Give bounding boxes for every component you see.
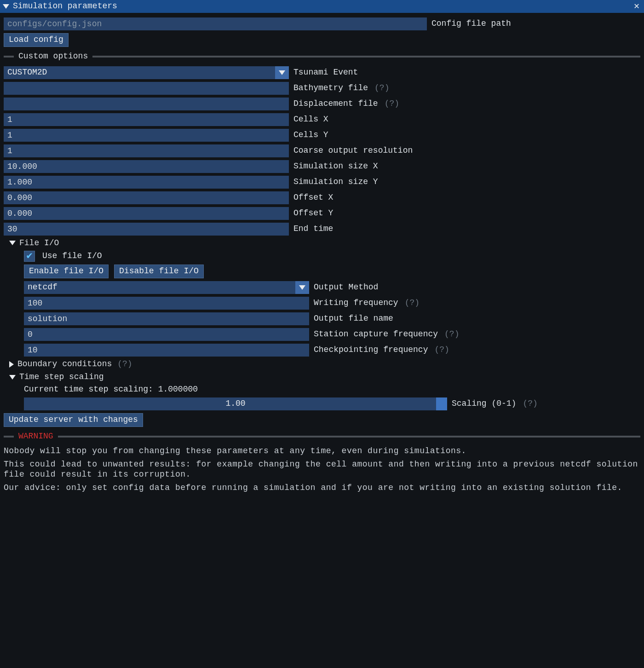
expand-icon	[9, 361, 14, 368]
chevron-down-icon	[299, 285, 305, 290]
window-title: Simulation parameters	[13, 1, 628, 12]
sim-size-y-label: Simulation size Y	[293, 177, 378, 187]
displacement-file-input[interactable]	[4, 98, 289, 110]
disable-file-io-button[interactable]: Disable file I/O	[114, 265, 204, 278]
offset-x-input[interactable]	[4, 191, 289, 204]
coarse-output-input[interactable]	[4, 144, 289, 157]
bathymetry-file-label: Bathymetry file	[293, 83, 368, 93]
cells-x-label: Cells X	[293, 115, 328, 125]
scaling-hint[interactable]: (?)	[523, 399, 537, 409]
update-server-button[interactable]: Update server with changes	[4, 413, 143, 427]
scaling-slider-handle[interactable]	[436, 397, 447, 410]
displacement-file-label: Displacement file	[293, 99, 378, 109]
time-step-scaling-title: Time step scaling	[19, 372, 104, 382]
config-path-row: Config file path	[4, 17, 640, 30]
custom-options-separator: Custom options	[4, 52, 640, 62]
writing-frequency-hint[interactable]: (?)	[405, 298, 420, 308]
end-time-input[interactable]	[4, 223, 289, 236]
writing-frequency-input[interactable]	[24, 297, 309, 310]
output-method-value: netcdf	[24, 281, 295, 294]
warning-text-1: Nobody will stop you from changing these…	[4, 446, 640, 456]
check-icon: ✔	[26, 251, 32, 261]
file-io-title: File I/O	[19, 238, 59, 248]
scaling-slider-value: 1.00	[225, 399, 245, 409]
writing-frequency-label: Writing frequency	[314, 298, 398, 308]
coarse-output-label: Coarse output resolution	[293, 146, 413, 156]
cells-x-input[interactable]	[4, 113, 289, 126]
offset-y-label: Offset Y	[293, 208, 333, 219]
current-time-step-scaling: Current time step scaling: 1.000000	[24, 385, 198, 395]
load-config-button[interactable]: Load config	[4, 33, 69, 47]
collapse-icon[interactable]	[3, 4, 9, 9]
checkpointing-frequency-input[interactable]	[24, 344, 309, 357]
cells-y-label: Cells Y	[293, 130, 328, 140]
checkpointing-frequency-hint[interactable]: (?)	[434, 345, 449, 355]
end-time-label: End time	[293, 224, 333, 234]
tsunami-event-label: Tsunami Event	[293, 68, 358, 78]
offset-y-input[interactable]	[4, 207, 289, 220]
offset-x-label: Offset X	[293, 193, 333, 203]
displacement-file-hint[interactable]: (?)	[385, 99, 399, 109]
cells-y-input[interactable]	[4, 129, 289, 142]
bathymetry-file-input[interactable]	[4, 82, 289, 95]
output-file-name-input[interactable]	[24, 312, 309, 325]
time-step-scaling-header[interactable]: Time step scaling	[9, 372, 640, 382]
boundary-conditions-hint[interactable]: (?)	[117, 359, 132, 369]
tsunami-event-value: CUSTOM2D	[4, 66, 275, 79]
tsunami-event-select[interactable]: CUSTOM2D	[4, 66, 289, 79]
sim-size-x-input[interactable]	[4, 160, 289, 173]
config-path-input[interactable]	[4, 17, 427, 30]
output-method-label: Output Method	[314, 282, 378, 293]
warning-label: WARNING	[18, 432, 53, 442]
warning-separator: WARNING	[4, 432, 640, 442]
tsunami-event-dropdown-button[interactable]	[275, 66, 289, 79]
sim-size-y-input[interactable]	[4, 176, 289, 189]
use-file-io-label: Use file I/O	[42, 251, 102, 261]
scaling-slider[interactable]: 1.00	[24, 397, 447, 410]
scaling-label: Scaling (0-1)	[452, 399, 516, 409]
station-capture-frequency-input[interactable]	[24, 328, 309, 341]
config-path-label: Config file path	[431, 19, 511, 29]
output-method-dropdown-button[interactable]	[295, 281, 309, 294]
boundary-conditions-header[interactable]: Boundary conditions (?)	[9, 359, 640, 369]
warning-text-3: Our advice: only set config data before …	[4, 483, 640, 493]
simulation-parameters-window: Simulation parameters ✕ Config file path…	[0, 0, 644, 504]
use-file-io-checkbox[interactable]: ✔	[24, 251, 35, 262]
checkpointing-frequency-label: Checkpointing frequency	[314, 345, 428, 355]
bathymetry-file-hint[interactable]: (?)	[374, 83, 389, 93]
station-capture-frequency-label: Station capture frequency	[314, 329, 438, 340]
expand-icon	[9, 375, 16, 380]
custom-options-label: Custom options	[18, 52, 88, 62]
warning-text-2: This could lead to unwanted results: for…	[4, 460, 640, 479]
output-file-name-label: Output file name	[314, 314, 393, 324]
enable-file-io-button[interactable]: Enable file I/O	[24, 265, 109, 278]
expand-icon	[9, 241, 16, 245]
output-method-select[interactable]: netcdf	[24, 281, 309, 294]
boundary-conditions-title: Boundary conditions	[17, 359, 112, 369]
titlebar[interactable]: Simulation parameters ✕	[0, 0, 644, 13]
station-capture-frequency-hint[interactable]: (?)	[444, 329, 459, 340]
close-icon[interactable]: ✕	[632, 1, 641, 12]
chevron-down-icon	[279, 70, 285, 75]
tsunami-event-row: CUSTOM2D Tsunami Event	[4, 66, 640, 79]
file-io-header[interactable]: File I/O	[9, 238, 640, 248]
sim-size-x-label: Simulation size X	[293, 161, 378, 172]
